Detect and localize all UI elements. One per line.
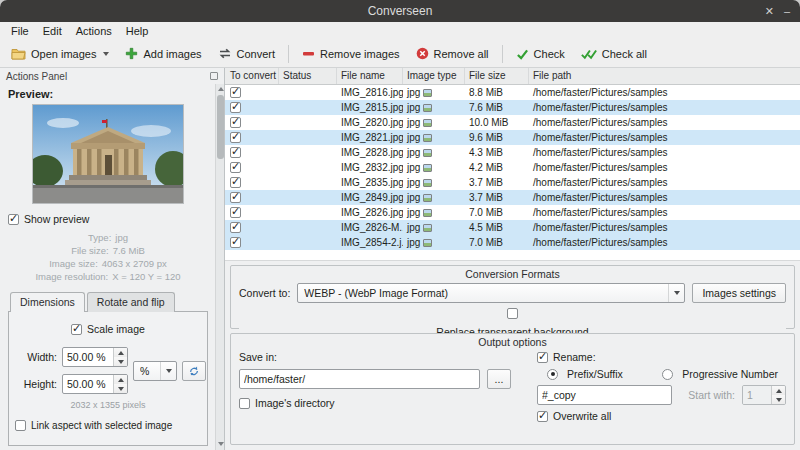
table-row[interactable]: IMG_2821.jpgjpg9.6 MiB/home/faster/Pictu… [225, 130, 800, 145]
scrollbar-thumb[interactable] [217, 95, 224, 159]
col-image-type[interactable]: Image type [403, 68, 465, 84]
spin-up-icon[interactable] [114, 348, 127, 357]
show-preview-label: Show preview [24, 213, 89, 225]
toolbar: Open images Add images Convert Remove im… [0, 40, 800, 68]
table-row[interactable]: IMG_2815.jpgjpg7.6 MiB/home/faster/Pictu… [225, 100, 800, 115]
panel-scrollbar[interactable] [215, 84, 224, 450]
row-convert-checkbox[interactable] [230, 102, 241, 113]
spin-up-icon[interactable] [114, 375, 127, 384]
convert-to-label: Convert to: [239, 287, 290, 299]
browse-label: ... [495, 373, 504, 385]
row-convert-checkbox[interactable] [230, 177, 241, 188]
table-row[interactable]: IMG_2828.jpgjpg4.3 MiB/home/faster/Pictu… [225, 145, 800, 160]
height-spinbox[interactable]: 50.00 % [62, 374, 128, 394]
info-type-value: jpg [115, 231, 128, 244]
spin-down-icon[interactable] [772, 395, 785, 404]
row-convert-checkbox[interactable] [230, 207, 241, 218]
convert-button[interactable]: Convert [211, 44, 283, 63]
save-path-input[interactable] [239, 369, 480, 389]
table-row[interactable]: IMG_2820.jpgjpg10.0 MiB/home/faster/Pict… [225, 115, 800, 130]
start-with-spinbox[interactable]: 1 [742, 385, 786, 405]
toolbar-separator [288, 45, 289, 63]
image-file-icon [423, 209, 432, 217]
image-file-icon [423, 89, 432, 97]
col-file-path[interactable]: File path [529, 68, 800, 84]
table-row[interactable]: IMG_2854-2.j...jpg7.0 MiB/home/faster/Pi… [225, 235, 800, 250]
row-convert-checkbox[interactable] [230, 222, 241, 233]
row-file-name: IMG_2816.jpg [337, 85, 403, 100]
remove-images-button[interactable]: Remove images [295, 44, 406, 63]
open-images-button[interactable]: Open images [4, 44, 116, 63]
show-preview-checkbox[interactable] [8, 214, 19, 225]
tab-rotate-flip[interactable]: Rotate and flip [87, 292, 175, 312]
prefix-suffix-radio[interactable] [547, 369, 558, 380]
row-status [279, 175, 337, 190]
scroll-down-icon[interactable] [217, 440, 224, 449]
rename-pattern-input[interactable] [537, 385, 672, 405]
menubar: File Edit Actions Help [0, 22, 800, 40]
titlebar[interactable]: Converseen ✕ – [0, 0, 800, 22]
table-row[interactable]: IMG_2835.jpgjpg3.7 MiB/home/faster/Pictu… [225, 175, 800, 190]
add-plus-icon [125, 47, 138, 60]
scroll-up-icon[interactable] [217, 85, 224, 94]
row-convert-checkbox[interactable] [230, 162, 241, 173]
link-aspect-checkbox[interactable] [15, 420, 26, 431]
progressive-number-radio[interactable] [662, 369, 673, 380]
check-button[interactable]: Check [509, 45, 572, 63]
check-all-button[interactable]: Check all [574, 45, 654, 63]
images-directory-checkbox[interactable] [239, 398, 250, 409]
info-filesize-value: 7.6 MiB [113, 244, 145, 257]
spin-down-icon[interactable] [114, 357, 127, 366]
start-with-label: Start with: [688, 389, 735, 401]
unit-combobox[interactable]: % [133, 361, 177, 381]
row-file-name: IMG_2854-2.j... [337, 235, 403, 250]
file-table: To convert Status File name Image type F… [225, 68, 800, 261]
col-to-convert[interactable]: To convert [225, 68, 279, 84]
spin-up-icon[interactable] [772, 386, 785, 395]
row-convert-checkbox[interactable] [230, 87, 241, 98]
replace-transparent-checkbox[interactable] [507, 308, 518, 319]
col-file-size[interactable]: File size [465, 68, 529, 84]
table-row[interactable]: IMG_2832.jpgjpg4.2 MiB/home/faster/Pictu… [225, 160, 800, 175]
row-convert-checkbox[interactable] [230, 237, 241, 248]
row-convert-checkbox[interactable] [230, 132, 241, 143]
close-icon[interactable]: ✕ [765, 0, 774, 22]
row-file-size: 4.3 MiB [465, 145, 529, 160]
format-combobox[interactable]: WEBP - (WebP Image Format) [297, 283, 685, 303]
browse-button[interactable]: ... [487, 369, 511, 389]
check-all-label: Check all [602, 48, 647, 60]
row-file-path: /home/faster/Pictures/samples [529, 85, 800, 100]
menu-edit[interactable]: Edit [36, 24, 69, 38]
table-row[interactable]: IMG_2849.jpgjpg3.7 MiB/home/faster/Pictu… [225, 190, 800, 205]
add-images-button[interactable]: Add images [118, 44, 208, 63]
row-status [279, 190, 337, 205]
width-spinbox[interactable]: 50.00 % [62, 347, 128, 367]
row-convert-checkbox[interactable] [230, 192, 241, 203]
info-resolution-value: X = 120 Y = 120 [112, 270, 180, 283]
height-value: 50.00 % [63, 375, 113, 393]
table-row[interactable]: IMG_2826.jpgjpg7.0 MiB/home/faster/Pictu… [225, 205, 800, 220]
row-image-type: jpg [403, 235, 465, 250]
row-status [279, 220, 337, 235]
images-settings-button[interactable]: Images settings [692, 283, 786, 303]
menu-actions[interactable]: Actions [69, 24, 119, 38]
row-convert-checkbox[interactable] [230, 147, 241, 158]
table-row[interactable]: IMG_2826-M...jpg4.5 MiB/home/faster/Pict… [225, 220, 800, 235]
remove-all-button[interactable]: Remove all [409, 44, 496, 63]
minimize-icon[interactable]: – [784, 0, 790, 22]
col-file-name[interactable]: File name [337, 68, 403, 84]
tab-dimensions[interactable]: Dimensions [10, 292, 85, 312]
table-row[interactable]: IMG_2816.jpgjpg8.8 MiB/home/faster/Pictu… [225, 85, 800, 100]
rename-checkbox[interactable] [537, 352, 548, 363]
scale-image-checkbox[interactable] [71, 324, 82, 335]
overwrite-all-checkbox[interactable] [537, 411, 548, 422]
row-convert-checkbox[interactable] [230, 117, 241, 128]
col-status[interactable]: Status [279, 68, 337, 84]
row-file-path: /home/faster/Pictures/samples [529, 235, 800, 250]
panel-float-icon[interactable] [210, 72, 218, 80]
reset-scale-button[interactable] [182, 361, 206, 381]
spin-down-icon[interactable] [114, 384, 127, 393]
menu-file[interactable]: File [4, 24, 36, 38]
menu-help[interactable]: Help [119, 24, 156, 38]
row-image-type: jpg [403, 115, 465, 130]
